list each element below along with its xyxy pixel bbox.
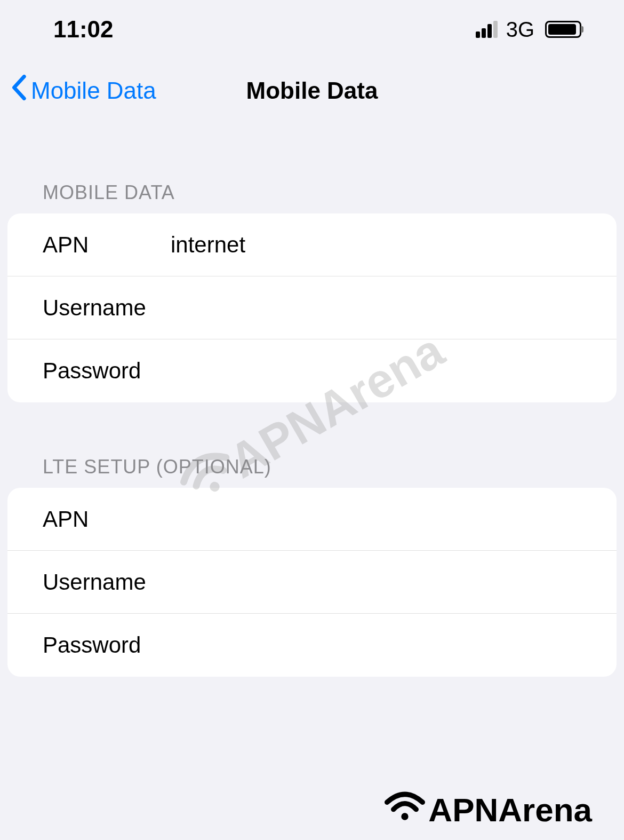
row-password[interactable]: Password: [7, 339, 617, 402]
section-header-mobile-data: MOBILE DATA: [0, 128, 624, 213]
label-lte-username: Username: [43, 569, 171, 595]
row-apn[interactable]: APN: [7, 213, 617, 276]
input-username[interactable]: [171, 295, 599, 321]
row-lte-password[interactable]: Password: [7, 614, 617, 677]
watermark-bottom: APNArena: [383, 790, 592, 829]
status-indicators: 3G: [476, 18, 581, 42]
section-header-lte-setup: LTE SETUP (OPTIONAL): [0, 402, 624, 488]
row-lte-username[interactable]: Username: [7, 551, 617, 614]
input-lte-username[interactable]: [171, 569, 599, 595]
signal-strength-icon: [476, 21, 498, 38]
svg-point-1: [402, 813, 409, 820]
battery-icon: [545, 21, 581, 38]
label-lte-password: Password: [43, 632, 171, 658]
status-bar: 11:02 3G: [0, 0, 624, 53]
navigation-bar: Mobile Data Mobile Data: [0, 53, 624, 128]
wifi-icon: [383, 790, 426, 829]
input-password[interactable]: [171, 358, 599, 384]
input-apn[interactable]: [171, 232, 599, 258]
back-button[interactable]: Mobile Data: [11, 75, 156, 107]
chevron-left-icon: [11, 75, 27, 107]
input-lte-password[interactable]: [171, 632, 599, 658]
label-username: Username: [43, 295, 171, 321]
settings-group-lte-setup: APN Username Password: [7, 488, 617, 677]
watermark-bottom-text: APNArena: [428, 791, 592, 829]
page-title: Mobile Data: [246, 77, 378, 104]
settings-group-mobile-data: APN Username Password: [7, 213, 617, 402]
status-time: 11:02: [53, 16, 114, 43]
input-lte-apn[interactable]: [171, 506, 599, 532]
network-type: 3G: [506, 18, 534, 42]
row-username[interactable]: Username: [7, 276, 617, 339]
back-label: Mobile Data: [31, 77, 156, 104]
label-password: Password: [43, 358, 171, 384]
label-apn: APN: [43, 232, 171, 258]
label-lte-apn: APN: [43, 506, 171, 532]
row-lte-apn[interactable]: APN: [7, 488, 617, 551]
